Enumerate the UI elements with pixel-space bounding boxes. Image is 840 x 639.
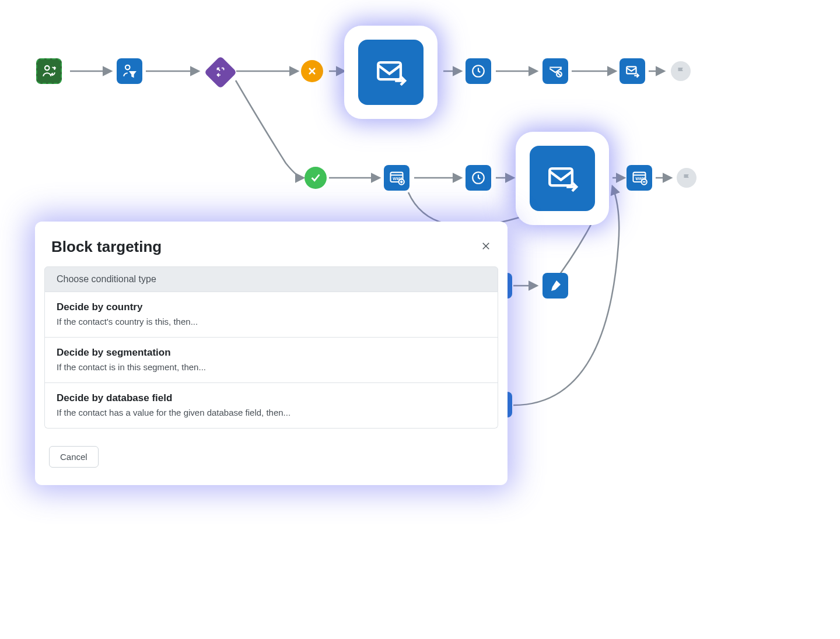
svg-line-21	[558, 73, 561, 76]
flag-icon	[681, 173, 692, 183]
option-decide-by-country[interactable]: Decide by country If the contact's count…	[44, 292, 498, 338]
svg-point-15	[125, 65, 130, 70]
email-send-large-2[interactable]	[516, 132, 609, 225]
contact-filter-icon	[122, 64, 137, 79]
wait-clock-node-2[interactable]	[466, 165, 491, 191]
option-desc: If the contact is in this segment, then.…	[57, 362, 486, 372]
workflow-canvas[interactable]: WWW WWW	[0, 0, 840, 639]
x-icon	[306, 65, 318, 77]
start-contact-sync-node[interactable]	[36, 58, 62, 84]
email-send-icon	[374, 55, 408, 89]
email-cancel-icon	[548, 64, 563, 79]
modal-close-button[interactable]	[481, 240, 491, 255]
modal-title: Block targeting	[51, 238, 162, 256]
email-cancel-node[interactable]	[542, 58, 568, 84]
modal-group-header: Choose conditional type	[44, 266, 498, 292]
tag-pen-icon	[548, 279, 562, 293]
email-send-icon	[625, 64, 640, 79]
email-send-icon	[545, 161, 579, 195]
decision-split-icon	[214, 66, 227, 79]
wait-clock-node-1[interactable]	[466, 58, 491, 84]
www-add-node[interactable]: WWW	[384, 165, 410, 191]
end-flag-1[interactable]	[671, 61, 691, 81]
email-send-large-1[interactable]	[344, 26, 438, 119]
edit-tag-node[interactable]	[542, 273, 568, 299]
svg-rect-18	[378, 62, 401, 79]
clock-icon	[471, 64, 486, 79]
close-icon	[481, 241, 491, 251]
block-targeting-modal: Block targeting Choose conditional type …	[35, 222, 508, 485]
www-remove-node[interactable]: WWW	[626, 165, 652, 191]
contact-filter-node[interactable]	[117, 58, 142, 84]
option-decide-by-segmentation[interactable]: Decide by segmentation If the contact is…	[44, 338, 498, 383]
cancel-button[interactable]: Cancel	[49, 446, 99, 468]
option-title: Decide by database field	[57, 392, 486, 404]
contact-sync-icon	[41, 64, 57, 79]
option-title: Decide by country	[57, 301, 486, 313]
option-title: Decide by segmentation	[57, 347, 486, 359]
email-send-small-node[interactable]	[620, 58, 645, 84]
svg-rect-22	[626, 66, 636, 73]
option-desc: If the contact has a value for the given…	[57, 408, 486, 417]
www-add-icon: WWW	[388, 170, 405, 186]
check-pass-badge[interactable]	[304, 167, 327, 189]
flag-icon	[676, 66, 686, 76]
www-remove-icon: WWW	[631, 170, 648, 186]
clock-icon	[471, 170, 486, 185]
decision-split-node[interactable]	[204, 56, 237, 89]
svg-point-14	[45, 66, 50, 71]
x-fail-badge[interactable]	[301, 60, 323, 82]
svg-rect-28	[550, 168, 572, 185]
end-flag-2[interactable]	[677, 168, 696, 188]
option-decide-by-database-field[interactable]: Decide by database field If the contact …	[44, 383, 498, 429]
check-icon	[309, 171, 322, 184]
option-desc: If the contact's country is this, then..…	[57, 317, 486, 326]
